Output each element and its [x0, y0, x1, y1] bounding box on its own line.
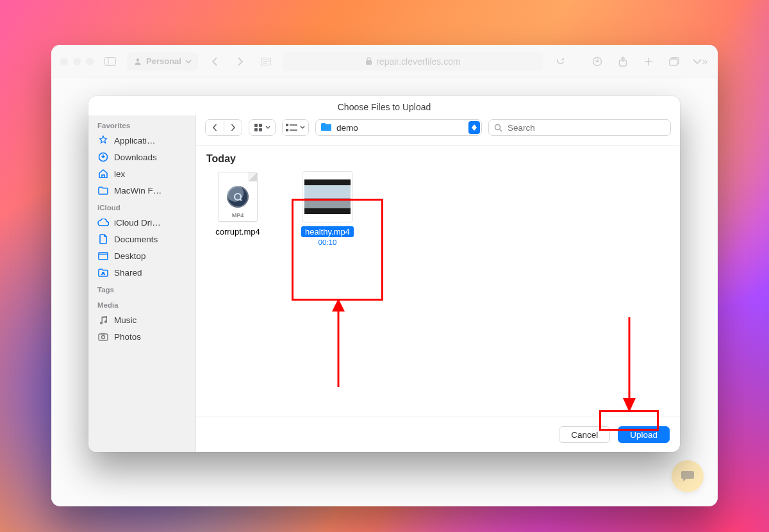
- folder-icon: [321, 123, 331, 133]
- file-name: corrupt.mp4: [211, 226, 263, 237]
- profile-pill[interactable]: Personal: [127, 53, 198, 71]
- sidebar-item-shared[interactable]: Shared: [88, 264, 195, 281]
- file-item-corrupt[interactable]: MP4 corrupt.mp4: [196, 171, 279, 237]
- search-icon: [494, 124, 502, 132]
- sidebar-header-tags: Tags: [88, 281, 195, 296]
- sidebar-header-favorites: Favorites: [88, 117, 195, 132]
- sidebar-item-downloads[interactable]: Downloads: [88, 149, 195, 165]
- svg-rect-7: [366, 60, 372, 65]
- quicktime-icon: [227, 186, 249, 208]
- window-traffic-lights[interactable]: [60, 58, 94, 65]
- file-ext-badge: MP4: [232, 212, 244, 219]
- sidebar-header-media: Media: [88, 296, 195, 312]
- downloads-folder-icon: [97, 151, 109, 163]
- new-tab-icon[interactable]: [640, 53, 657, 71]
- document-icon: [97, 233, 109, 245]
- sidebar-item-documents[interactable]: Documents: [88, 231, 195, 247]
- shared-folder-icon: [97, 267, 109, 278]
- history-forward-button[interactable]: [224, 120, 242, 135]
- sidebar-item-label: MacWin F…: [114, 186, 161, 195]
- svg-rect-20: [259, 124, 262, 127]
- file-grid[interactable]: MP4 corrupt.mp4: [196, 169, 680, 417]
- svg-point-17: [102, 335, 105, 338]
- chat-launcher-icon[interactable]: [672, 460, 704, 492]
- file-chooser-dialog: Choose Files to Upload Favorites Applica…: [88, 96, 680, 452]
- file-name: healthy.mp4: [301, 226, 354, 237]
- icon-view-button[interactable]: [249, 120, 275, 135]
- sidebar-item-label: Music: [114, 315, 136, 325]
- sidebar-toggle-icon[interactable]: [101, 53, 119, 71]
- history-back-button[interactable]: [206, 120, 224, 135]
- lock-icon: [365, 57, 372, 65]
- sidebar-item-label: Applicati…: [114, 136, 156, 145]
- file-item-healthy[interactable]: healthy.mp4 00:10: [286, 171, 369, 246]
- sidebar-item-photos[interactable]: Photos: [88, 328, 195, 345]
- svg-rect-23: [286, 124, 288, 126]
- svg-rect-11: [670, 59, 677, 65]
- sidebar-item-label: Documents: [114, 235, 158, 244]
- svg-rect-16: [99, 334, 108, 340]
- svg-line-28: [500, 129, 502, 131]
- music-icon: [97, 314, 109, 326]
- sidebar-item-desktop[interactable]: Desktop: [88, 247, 195, 264]
- view-mode-selector[interactable]: [249, 119, 276, 136]
- sidebar-item-label: iCloud Dri…: [114, 218, 161, 228]
- tabs-overview-icon[interactable]: [665, 53, 683, 71]
- upload-button[interactable]: Upload: [618, 426, 670, 443]
- file-thumbnail: [302, 171, 353, 222]
- file-duration: 00:10: [286, 238, 369, 246]
- sidebar-item-label: lex: [114, 169, 125, 179]
- url-bar[interactable]: repair.cleverfiles.com: [283, 52, 543, 71]
- svg-rect-18: [101, 333, 105, 334]
- updown-stepper-icon: [468, 121, 480, 134]
- svg-rect-26: [290, 129, 297, 131]
- share-icon[interactable]: [614, 53, 632, 71]
- nav-back-button[interactable]: [206, 53, 224, 71]
- current-folder-label: demo: [336, 123, 358, 133]
- svg-rect-22: [259, 128, 262, 131]
- group-by-selector[interactable]: [282, 119, 309, 136]
- nav-forward-button[interactable]: [231, 53, 249, 71]
- svg-point-27: [495, 124, 500, 129]
- sidebar-item-applications[interactable]: Applicati…: [88, 132, 195, 149]
- dialog-title: Choose Files to Upload: [88, 96, 680, 115]
- chevron-down-icon: [265, 125, 270, 130]
- desktop-icon: [97, 250, 109, 262]
- file-thumbnail: MP4: [212, 171, 263, 222]
- file-chooser-toolbar: demo: [196, 115, 680, 145]
- file-chooser-main: demo Today: [196, 115, 680, 452]
- svg-rect-0: [105, 57, 116, 65]
- sidebar-item-macwin[interactable]: MacWin F…: [88, 182, 195, 199]
- sidebar-item-label: Downloads: [114, 153, 157, 162]
- url-host: repair.cleverfiles.com: [376, 56, 461, 67]
- reload-button[interactable]: [551, 53, 569, 71]
- svg-rect-24: [286, 129, 288, 131]
- svg-rect-21: [254, 128, 258, 131]
- sidebar-item-home[interactable]: lex: [88, 165, 195, 182]
- group-by-button[interactable]: [283, 120, 308, 135]
- photos-icon: [97, 331, 109, 342]
- cancel-button[interactable]: Cancel: [559, 426, 610, 443]
- profile-label: Personal: [146, 56, 181, 66]
- svg-rect-13: [99, 253, 108, 260]
- downloads-icon[interactable]: [588, 53, 606, 71]
- current-folder-select[interactable]: demo: [315, 119, 482, 136]
- cloud-icon: [97, 217, 109, 228]
- history-nav: [205, 119, 242, 136]
- file-chooser-sidebar: Favorites Applicati… Downloads lex MacWi…: [88, 115, 196, 452]
- section-today: Today: [196, 145, 680, 169]
- site-settings-icon[interactable]: [257, 53, 275, 71]
- svg-point-2: [136, 58, 140, 62]
- sidebar-item-music[interactable]: Music: [88, 312, 195, 328]
- sidebar-header-icloud: iCloud: [88, 199, 195, 214]
- sidebar-item-icloud-drive[interactable]: iCloud Dri…: [88, 214, 195, 231]
- svg-rect-19: [254, 124, 258, 127]
- person-icon: [133, 57, 142, 66]
- safari-toolbar: Personal repair.cleverfiles.com »: [51, 45, 718, 78]
- sidebar-item-label: Photos: [114, 332, 141, 342]
- overflow-icon[interactable]: »: [691, 53, 709, 71]
- chevron-down-icon: [185, 58, 192, 65]
- desktop-wallpaper: Personal repair.cleverfiles.com » Choose: [0, 0, 769, 532]
- search-field[interactable]: [488, 119, 671, 136]
- search-input[interactable]: [506, 122, 665, 133]
